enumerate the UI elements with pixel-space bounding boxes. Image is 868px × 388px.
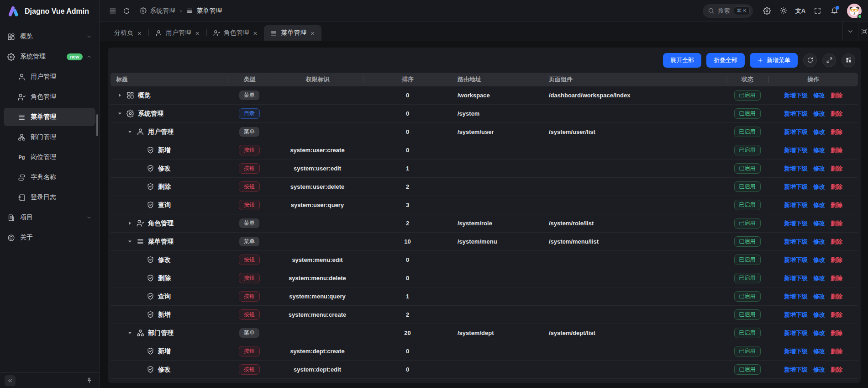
add-child-link[interactable]: 新增下级 bbox=[784, 110, 808, 118]
language-button[interactable]: 文A bbox=[794, 4, 807, 18]
refresh-icon bbox=[123, 7, 130, 15]
add-child-link[interactable]: 新增下级 bbox=[784, 274, 808, 282]
tree-caret-down[interactable] bbox=[127, 129, 133, 135]
tab-close-icon[interactable]: × bbox=[195, 30, 200, 37]
add-child-link[interactable]: 新增下级 bbox=[784, 311, 808, 319]
delete-link[interactable]: 删除 bbox=[831, 311, 842, 319]
delete-link[interactable]: 删除 bbox=[831, 366, 842, 374]
tab-menu-management[interactable]: 菜单管理× bbox=[264, 25, 321, 41]
edit-link[interactable]: 修改 bbox=[813, 110, 825, 118]
edit-link[interactable]: 修改 bbox=[813, 292, 825, 301]
delete-link[interactable]: 删除 bbox=[831, 128, 842, 136]
tree-caret-down[interactable] bbox=[127, 330, 133, 336]
add-child-link[interactable]: 新增下级 bbox=[784, 146, 808, 154]
sidebar-item-user-management[interactable]: 用户管理 bbox=[4, 68, 95, 86]
tree-caret-right[interactable] bbox=[117, 92, 123, 99]
add-child-link[interactable]: 新增下级 bbox=[784, 366, 808, 374]
edit-link[interactable]: 修改 bbox=[813, 238, 825, 246]
delete-link[interactable]: 删除 bbox=[831, 329, 842, 337]
delete-link[interactable]: 删除 bbox=[831, 292, 842, 301]
edit-link[interactable]: 修改 bbox=[813, 219, 825, 228]
logo[interactable]: Djagno Vue Admin bbox=[0, 0, 99, 23]
content-maximize-button[interactable] bbox=[858, 22, 868, 41]
delete-link[interactable]: 删除 bbox=[831, 91, 842, 100]
delete-link[interactable]: 删除 bbox=[831, 183, 842, 191]
search-input[interactable]: 搜索 ⌘ K bbox=[703, 4, 753, 18]
delete-link[interactable]: 删除 bbox=[831, 201, 842, 209]
avatar[interactable] bbox=[847, 4, 862, 18]
tab-close-icon[interactable]: × bbox=[310, 30, 315, 37]
edit-link[interactable]: 修改 bbox=[813, 128, 825, 136]
edit-link[interactable]: 修改 bbox=[813, 274, 825, 282]
edit-link[interactable]: 修改 bbox=[813, 146, 825, 154]
settings-button[interactable] bbox=[760, 4, 773, 18]
add-menu-button[interactable]: 新增菜单 bbox=[750, 53, 798, 68]
edit-link[interactable]: 修改 bbox=[813, 366, 825, 374]
sidebar-item-about[interactable]: 关于 bbox=[4, 229, 95, 247]
edit-link[interactable]: 修改 bbox=[813, 329, 825, 337]
sidebar-item-dept-management[interactable]: 部门管理 bbox=[4, 128, 95, 146]
cell-status: 已启用 bbox=[726, 200, 768, 210]
add-child-link[interactable]: 新增下级 bbox=[784, 165, 808, 173]
fullscreen-button[interactable] bbox=[810, 4, 824, 18]
breadcrumb-item-menu-management[interactable]: 菜单管理 bbox=[186, 7, 222, 15]
tab-role-management[interactable]: 角色管理× bbox=[207, 25, 264, 41]
refresh-page-button[interactable] bbox=[120, 4, 133, 18]
add-child-link[interactable]: 新增下级 bbox=[784, 256, 808, 264]
expand-all-button[interactable]: 展开全部 bbox=[663, 53, 701, 68]
add-child-link[interactable]: 新增下级 bbox=[784, 238, 808, 246]
table-refresh-button[interactable] bbox=[803, 53, 817, 67]
sidebar-item-menu-management[interactable]: 菜单管理 bbox=[4, 108, 95, 126]
edit-link[interactable]: 修改 bbox=[813, 91, 825, 100]
add-child-link[interactable]: 新增下级 bbox=[784, 219, 808, 228]
delete-link[interactable]: 删除 bbox=[831, 256, 842, 264]
add-child-link[interactable]: 新增下级 bbox=[784, 128, 808, 136]
tab-close-icon[interactable]: × bbox=[253, 30, 258, 37]
delete-link[interactable]: 删除 bbox=[831, 110, 842, 118]
sidebar-item-login-log[interactable]: 登录日志 bbox=[4, 188, 95, 207]
edit-link[interactable]: 修改 bbox=[813, 347, 825, 356]
delete-link[interactable]: 删除 bbox=[831, 146, 842, 154]
tree-caret-right[interactable] bbox=[127, 220, 133, 227]
breadcrumb-item-system-management[interactable]: 系统管理 bbox=[140, 7, 175, 15]
table-columns-button[interactable] bbox=[842, 53, 855, 67]
delete-link[interactable]: 删除 bbox=[831, 347, 842, 356]
sidebar-item-post-management[interactable]: Pg岗位管理 bbox=[4, 148, 95, 166]
edit-link[interactable]: 修改 bbox=[813, 165, 825, 173]
add-child-link[interactable]: 新增下级 bbox=[784, 91, 808, 100]
cell-route: /system/user bbox=[452, 128, 543, 135]
delete-link[interactable]: 删除 bbox=[831, 219, 842, 228]
sidebar-item-overview[interactable]: 概览 bbox=[4, 27, 95, 46]
sidebar-scrollbar-thumb[interactable] bbox=[96, 114, 98, 136]
sidebar-item-dict-management[interactable]: 字典名称 bbox=[4, 168, 95, 186]
delete-link[interactable]: 删除 bbox=[831, 274, 842, 282]
sidebar-item-system-management[interactable]: 系统管理new bbox=[4, 48, 95, 66]
notifications-button[interactable] bbox=[827, 4, 841, 18]
sidebar-toggle-button[interactable] bbox=[106, 4, 120, 18]
tree-caret-down[interactable] bbox=[117, 111, 123, 117]
add-child-link[interactable]: 新增下级 bbox=[784, 347, 808, 356]
collapse-all-button[interactable]: 折叠全部 bbox=[706, 53, 745, 68]
tree-caret-down[interactable] bbox=[127, 239, 133, 245]
delete-link[interactable]: 删除 bbox=[831, 238, 842, 246]
add-child-link[interactable]: 新增下级 bbox=[784, 201, 808, 209]
add-child-link[interactable]: 新增下级 bbox=[784, 292, 808, 301]
add-child-link[interactable]: 新增下级 bbox=[784, 183, 808, 191]
edit-link[interactable]: 修改 bbox=[813, 183, 825, 191]
tab-user-management[interactable]: 用户管理× bbox=[149, 25, 206, 41]
tabs-menu-button[interactable] bbox=[842, 22, 858, 41]
table-fullscreen-button[interactable] bbox=[822, 53, 836, 67]
sidebar-item-role-management[interactable]: 角色管理 bbox=[4, 88, 95, 106]
tab-analysis[interactable]: 分析页× bbox=[108, 25, 148, 41]
sidebar-pin-button[interactable] bbox=[84, 375, 95, 386]
delete-link[interactable]: 删除 bbox=[831, 165, 842, 173]
sidebar-collapse-button[interactable] bbox=[5, 375, 16, 386]
tab-close-icon[interactable]: × bbox=[137, 30, 142, 37]
row-title: 修改 bbox=[158, 165, 171, 173]
theme-toggle-button[interactable] bbox=[777, 4, 790, 18]
edit-link[interactable]: 修改 bbox=[813, 311, 825, 319]
add-child-link[interactable]: 新增下级 bbox=[784, 329, 808, 337]
edit-link[interactable]: 修改 bbox=[813, 201, 825, 209]
edit-link[interactable]: 修改 bbox=[813, 256, 825, 264]
sidebar-item-project[interactable]: 项目 bbox=[4, 208, 95, 227]
